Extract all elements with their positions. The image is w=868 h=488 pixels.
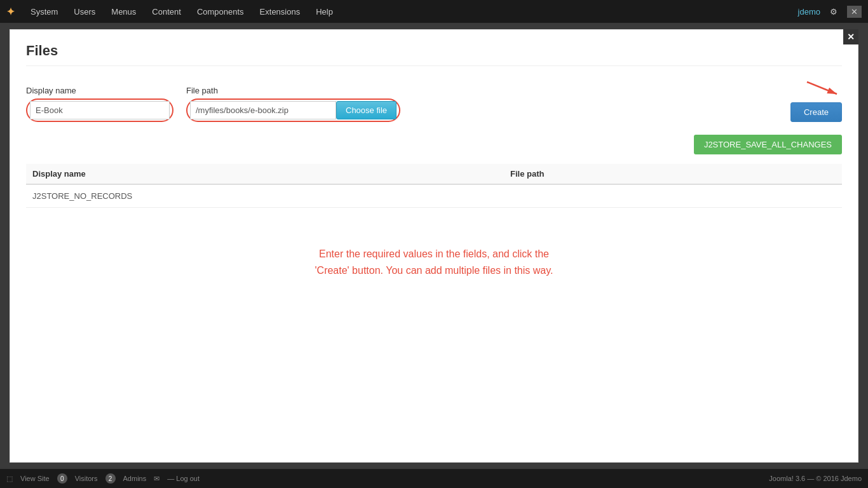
visitors-label: Visitors bbox=[75, 475, 98, 482]
close-icon[interactable]: ✕ bbox=[847, 6, 862, 18]
nav-right-area: jdemo ⚙ ✕ bbox=[798, 6, 862, 18]
file-path-label: File path bbox=[186, 86, 400, 95]
display-name-group: Display name bbox=[26, 86, 173, 122]
admins-badge: 2 bbox=[105, 473, 116, 484]
nav-users[interactable]: Users bbox=[67, 4, 102, 19]
create-button[interactable]: Create bbox=[790, 102, 842, 122]
nav-menu: System Users Menus Content Components Ex… bbox=[24, 4, 798, 19]
files-table: Display name File path J2STORE_NO_RECORD… bbox=[26, 164, 842, 208]
save-all-changes-button[interactable]: J2STORE_SAVE_ALL_CHANGES bbox=[694, 135, 842, 154]
logout-link[interactable]: — Log out bbox=[167, 475, 200, 482]
bottom-bar: ⬚ View Site 0 Visitors 2 Admins ✉ — Log … bbox=[0, 469, 868, 488]
settings-icon[interactable]: ⚙ bbox=[830, 7, 837, 17]
file-path-input[interactable] bbox=[190, 101, 336, 119]
view-site-link[interactable]: View Site bbox=[20, 475, 50, 482]
svg-line-1 bbox=[807, 82, 837, 94]
visitors-badge: 0 bbox=[57, 473, 67, 484]
file-path-highlight: Choose file bbox=[186, 98, 400, 122]
display-name-input[interactable] bbox=[30, 101, 170, 119]
top-navigation: ✦ System Users Menus Content Components … bbox=[0, 0, 868, 23]
create-area: Create bbox=[413, 79, 842, 122]
version-text: Joomla! 3.6 — © 2016 Jdemo bbox=[769, 475, 862, 482]
view-site-icon: ⬚ bbox=[6, 475, 13, 483]
nav-menus[interactable]: Menus bbox=[105, 4, 142, 19]
nav-system[interactable]: System bbox=[24, 4, 64, 19]
col-file-path: File path bbox=[504, 164, 842, 184]
nav-components[interactable]: Components bbox=[191, 4, 250, 19]
user-link[interactable]: jdemo bbox=[798, 7, 820, 17]
display-name-label: Display name bbox=[26, 86, 173, 95]
modal-close-button[interactable]: ✕ bbox=[843, 29, 858, 44]
choose-file-button[interactable]: Choose file bbox=[336, 101, 397, 119]
nav-help[interactable]: Help bbox=[309, 4, 339, 19]
joomla-logo: ✦ bbox=[6, 6, 15, 18]
file-path-group: File path Choose file bbox=[186, 86, 400, 122]
nav-extensions[interactable]: Extensions bbox=[254, 4, 307, 19]
nav-content[interactable]: Content bbox=[146, 4, 187, 19]
bottom-left: ⬚ View Site 0 Visitors 2 Admins ✉ — Log … bbox=[6, 473, 200, 484]
col-display-name: Display name bbox=[26, 164, 504, 184]
admins-label: Admins bbox=[123, 475, 147, 482]
page-title: Files bbox=[26, 43, 842, 66]
mail-icon: ✉ bbox=[154, 475, 159, 483]
form-row: Display name File path Choose file bbox=[26, 79, 842, 122]
no-records-cell: J2STORE_NO_RECORDS bbox=[26, 184, 842, 208]
display-name-highlight bbox=[26, 98, 173, 122]
red-arrow-icon bbox=[804, 79, 842, 98]
table-row: J2STORE_NO_RECORDS bbox=[26, 184, 842, 208]
modal-panel: Files Display name File path Choose file bbox=[10, 29, 858, 463]
instruction-text: Enter the required values in the fields,… bbox=[26, 246, 842, 278]
main-area: ✕ Files Display name File path Choose fi… bbox=[0, 23, 868, 469]
arrow-area bbox=[804, 79, 842, 98]
